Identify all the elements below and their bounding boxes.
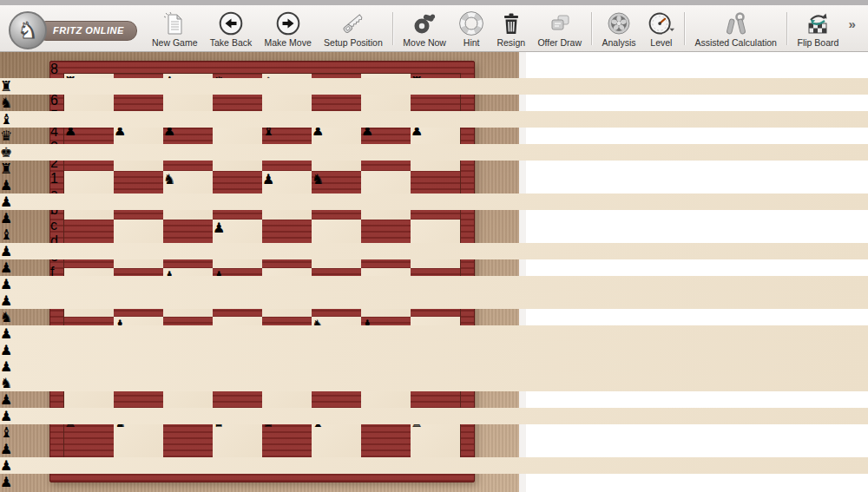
take-back-icon: [218, 10, 244, 36]
black-knight-icon: ♞: [0, 95, 12, 110]
white-pawn-icon: ♟: [0, 392, 12, 407]
mini-square-f2: ♟: [0, 474, 868, 490]
white-pawn-icon: ♟: [0, 475, 12, 489]
mini-square-e2: ♟: [0, 457, 868, 474]
toolbar-button-offer-draw[interactable]: Offer Draw: [535, 10, 584, 48]
white-pawn-icon: ♟: [0, 409, 12, 423]
toolbar-button-resign[interactable]: Resign: [494, 10, 528, 48]
mini-square-f6: ♞: [0, 309, 868, 325]
flip-board-icon: [805, 10, 831, 36]
level-icon: [648, 10, 674, 36]
toolbar-button-label: Setup Position: [324, 37, 383, 48]
toolbar-button-label: Make Move: [265, 37, 312, 48]
mini-square-a7: ♟: [0, 177, 868, 194]
mini-square-b8: ♞: [0, 95, 868, 111]
mini-square-g7: ♟: [0, 259, 868, 276]
make-move-icon: [275, 10, 301, 36]
toolbar-button-label: New Game: [152, 37, 198, 48]
mini-square-e8: ♚: [0, 144, 868, 161]
toolbar-button-new-game[interactable]: New Game: [149, 10, 201, 48]
hint-icon: [458, 10, 484, 36]
logo-wordmark: FRITZ ONLINE: [36, 21, 137, 41]
black-queen-icon: ♛: [0, 128, 12, 143]
resign-icon: [498, 10, 524, 36]
fritz-online-window: ♞ FRITZ ONLINE New GameTake BackMake Mov…: [0, 0, 868, 492]
black-pawn-icon: ♟: [0, 211, 12, 226]
black-king-icon: ♚: [0, 145, 12, 160]
black-pawn-icon: ♟: [0, 244, 12, 259]
black-pawn-icon: ♟: [0, 178, 12, 193]
knight-glyph: ♞: [17, 19, 37, 42]
white-pawn-icon: ♟: [0, 442, 12, 456]
setup-position-icon: [340, 10, 366, 36]
toolbar-separator: [591, 12, 592, 45]
mini-board-frame: ♜♞♝♛♚♜♟♟♟♝♟♟♟♟♞♟♟♟♞♟♟♝♟♟♟♟♜♞♛♚♝♜: [0, 78, 868, 492]
mini-board-squares: ♜♞♝♛♚♜♟♟♟♝♟♟♟♟♞♟♟♟♞♟♟♝♟♟♟♟♜♞♛♚♝♜: [0, 78, 868, 492]
fritz-online-logo: ♞ FRITZ ONLINE: [9, 11, 137, 49]
black-bishop-icon: ♝: [0, 227, 12, 242]
black-rook-icon: ♜: [0, 161, 12, 176]
knight-logo-icon: ♞: [9, 11, 47, 49]
black-knight-icon: ♞: [0, 310, 12, 325]
toolbar-button-move-now[interactable]: Move Now: [400, 10, 449, 48]
toolbar-button-label: Analysis: [602, 37, 636, 48]
mini-square-f3: ♞: [0, 375, 868, 391]
white-pawn-icon: ♟: [0, 343, 12, 358]
toolbar-button-label: Flip Board: [797, 37, 838, 48]
white-pawn-icon: ♟: [0, 359, 12, 374]
toolbar-overflow-chevron[interactable]: »: [849, 16, 856, 31]
white-knight-icon: ♞: [0, 376, 12, 390]
toolbar-items: New GameTake BackMake MoveSetup Position…: [149, 8, 856, 49]
black-pawn-icon: ♟: [0, 260, 12, 275]
mini-square-h8: ♜: [0, 161, 868, 177]
toolbar-separator: [786, 12, 787, 45]
mini-square-h7: ♟: [0, 276, 868, 292]
black-pawn-icon: ♟: [0, 277, 12, 292]
black-pawn-icon: ♟: [0, 293, 12, 308]
mini-square-b3: ♟: [0, 358, 868, 375]
mini-square-a2: ♟: [0, 408, 868, 424]
mini-square-d5: ♟: [0, 325, 868, 342]
toolbar-button-analysis[interactable]: Analysis: [600, 10, 639, 48]
toolbar-button-make-move[interactable]: Make Move: [262, 10, 314, 48]
white-pawn-icon: ♟: [0, 458, 12, 473]
mini-square-c4: ♟: [0, 342, 868, 358]
toolbar-button-hint[interactable]: Hint: [456, 10, 487, 48]
toolbar-separator: [684, 12, 685, 45]
black-rook-icon: ♜: [0, 79, 12, 94]
mini-square-d8: ♛: [0, 128, 868, 144]
analysis-icon: [606, 10, 632, 36]
black-pawn-icon: ♟: [0, 194, 12, 209]
assisted-calculation-icon: [723, 10, 749, 36]
toolbar-button-setup-position[interactable]: Setup Position: [321, 10, 385, 48]
mini-square-e7: ♝: [0, 226, 868, 243]
toolbar-button-flip-board[interactable]: Flip Board: [794, 10, 841, 48]
toolbar-button-label: Move Now: [403, 37, 446, 48]
toolbar-separator: [392, 12, 393, 45]
toolbar-button-label: Resign: [496, 37, 525, 48]
toolbar-button-label: Offer Draw: [537, 37, 582, 48]
mini-square-d2: ♟: [0, 441, 868, 457]
offer-draw-icon: [547, 10, 573, 36]
mini-square-e6: ♟: [0, 292, 868, 309]
mini-square-c7: ♟: [0, 210, 868, 226]
mini-square-a8: ♜: [0, 78, 868, 95]
move-now-icon: [411, 10, 437, 36]
toolbar-button-label: Assisted Calculation: [694, 37, 777, 48]
toolbar-button-label: Hint: [464, 37, 480, 48]
main-toolbar: ♞ FRITZ ONLINE New GameTake BackMake Mov…: [0, 5, 868, 52]
mini-square-f7: ♟: [0, 243, 868, 259]
black-pawn-icon: ♟: [0, 326, 12, 341]
mini-square-b7: ♟: [0, 194, 868, 210]
toolbar-button-level[interactable]: Level: [646, 10, 677, 48]
new-game-icon: [161, 10, 187, 36]
toolbar-button-assisted-calculation[interactable]: Assisted Calculation: [692, 10, 779, 48]
white-bishop-icon: ♝: [0, 425, 12, 440]
mini-square-g3: ♟: [0, 391, 868, 408]
mini-square-b2: ♝: [0, 424, 868, 441]
black-bishop-icon: ♝: [0, 112, 12, 127]
toolbar-button-take-back[interactable]: Take Back: [207, 10, 254, 48]
toolbar-button-label: Take Back: [210, 37, 252, 48]
notation-diagram: ♜♞♝♛♚♜♟♟♟♝♟♟♟♟♞♟♟♟♞♟♟♝♟♟♟♟♜♞♛♚♝♜: [0, 78, 868, 492]
mini-square-c8: ♝: [0, 111, 868, 128]
